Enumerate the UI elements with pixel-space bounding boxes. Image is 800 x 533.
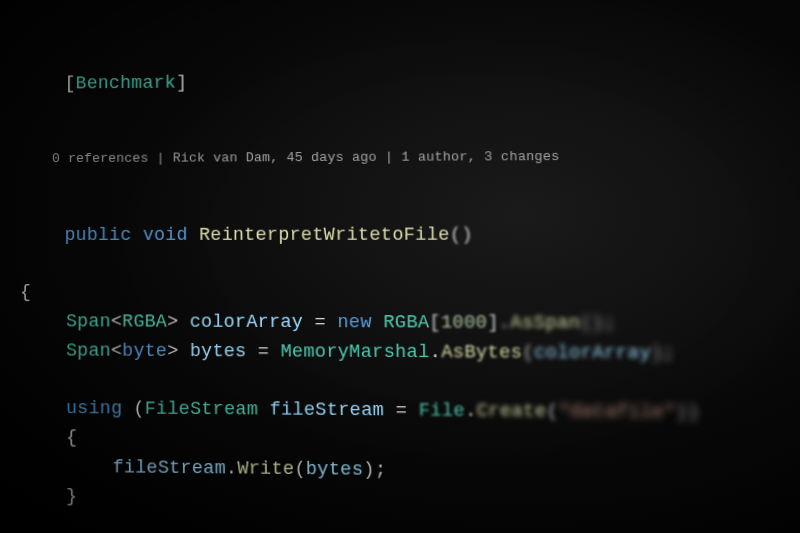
code-line-2: Span<byte> bytes = MemoryMarshal.AsBytes… <box>20 336 800 369</box>
type-file: File <box>419 400 466 421</box>
method-write: Write <box>237 458 294 479</box>
var-filestream: fileStream <box>269 400 384 421</box>
type-memorymarshal: MemoryMarshal <box>281 341 430 362</box>
bracket-open: [ <box>65 73 76 93</box>
codelens-author[interactable]: Rick van Dam, 45 days ago <box>173 150 377 166</box>
method-create: Create <box>477 401 547 422</box>
brace-open: { <box>20 278 800 309</box>
var-bytes: bytes <box>190 341 247 362</box>
type-span: Span <box>66 311 111 331</box>
codelens-sep: | <box>149 151 173 166</box>
bracket-close: ] <box>176 72 187 92</box>
attribute-name: Benchmark <box>76 72 176 93</box>
attribute-line: [Benchmark] <box>20 34 800 127</box>
codelens[interactable]: 0 references | Rick van Dam, 45 days ago… <box>20 124 800 190</box>
keyword-byte: byte <box>122 340 167 360</box>
type-rgba: RGBA <box>122 311 167 331</box>
code-line-1: Span<RGBA> colorArray = new RGBA[1000].A… <box>20 307 800 339</box>
type-rgba: RGBA <box>383 312 429 333</box>
inner-brace-close: } <box>20 481 800 519</box>
codelens-refs[interactable]: 0 references <box>52 151 148 166</box>
arg-colorarray: colorArray <box>534 342 651 363</box>
method-name: ReinterpretWritetoFile <box>199 224 450 244</box>
arg-bytes: bytes <box>306 459 364 480</box>
var-colorarray: colorArray <box>190 311 304 332</box>
keyword-void: void <box>143 224 188 244</box>
type-filestream: FileStream <box>145 399 258 420</box>
method-signature: public void ReinterpretWritetoFile() <box>20 190 800 279</box>
string-datafile: "datafile" <box>558 401 676 423</box>
parens: () <box>450 224 473 244</box>
keyword-public: public <box>65 224 132 244</box>
method-asbytes: AsBytes <box>441 342 522 363</box>
method-asspan: AsSpan <box>510 312 580 333</box>
array-size: 1000 <box>441 312 488 333</box>
type-span: Span <box>66 340 111 360</box>
codelens-sep: | <box>377 150 402 165</box>
code-line-3: using (FileStream fileStream = File.Crea… <box>20 394 800 429</box>
var-filestream: fileStream <box>113 457 226 478</box>
keyword-using: using <box>66 398 122 419</box>
code-editor[interactable]: [Benchmark] 0 references | Rick van Dam,… <box>0 0 800 520</box>
codelens-changes[interactable]: 1 author, 3 changes <box>401 149 559 165</box>
keyword-new: new <box>337 312 372 332</box>
